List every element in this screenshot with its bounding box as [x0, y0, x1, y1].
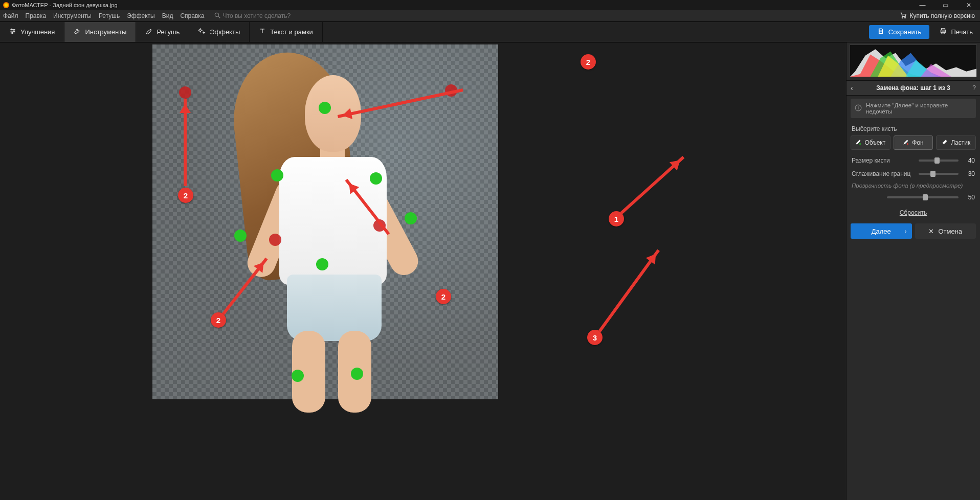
info-hint: Нажмите "Далее" и исправьте недочёты [851, 99, 976, 118]
save-button[interactable]: Сохранить [869, 25, 930, 39]
bg-brush-icon [903, 139, 909, 147]
canvas-area[interactable]: 2 2 2 2 1 3 [0, 42, 846, 500]
svg-point-0 [215, 13, 218, 16]
back-button[interactable]: ‹ [851, 84, 860, 92]
edge-smooth-slider[interactable]: Сглаживание границ 30 [852, 170, 975, 177]
object-brush-icon [855, 139, 861, 147]
object-marker[interactable] [316, 258, 328, 270]
svg-point-17 [907, 143, 908, 145]
next-button[interactable]: Далее › [851, 223, 912, 239]
histogram[interactable] [850, 44, 977, 77]
window-title: ФотоМАСТЕР - Задний фон девушка.jpg [12, 2, 118, 8]
object-marker[interactable] [405, 212, 417, 224]
menu-edit[interactable]: Правка [26, 12, 47, 19]
annotation-badge-3: 3 [587, 330, 603, 345]
panel-header: ‹ Замена фона: шаг 1 из 3 ? [847, 80, 980, 96]
menu-view[interactable]: Вид [162, 12, 173, 19]
menu-file[interactable]: Файл [3, 12, 18, 19]
menu-retouch[interactable]: Ретушь [99, 12, 120, 19]
svg-line-1 [218, 16, 220, 18]
svg-rect-14 [858, 107, 858, 109]
sliders-icon [9, 28, 16, 36]
brush-object-button[interactable]: Объект [851, 135, 890, 150]
svg-point-2 [902, 17, 903, 18]
brush-icon [145, 28, 152, 36]
panel-title: Замена фона: шаг 1 из 3 [860, 84, 967, 92]
chevron-right-icon: › [905, 228, 907, 234]
tool-bar: Улучшения Инструменты Ретушь Эффекты Тек… [0, 22, 980, 42]
slider-label: Размер кисти [852, 157, 919, 164]
subject-figure [218, 44, 433, 399]
brush-eraser-button[interactable]: Ластик [936, 135, 976, 150]
object-marker[interactable] [370, 172, 382, 185]
menu-search[interactable]: Что вы хотите сделать? [214, 12, 291, 20]
tab-tools[interactable]: Инструменты [64, 22, 136, 42]
background-marker[interactable] [269, 234, 281, 246]
image-canvas[interactable] [152, 44, 498, 399]
object-marker[interactable] [351, 368, 363, 380]
brush-label: Фон [912, 139, 923, 146]
brush-background-button[interactable]: Фон [894, 135, 933, 150]
menu-tools[interactable]: Инструменты [53, 12, 92, 19]
tab-retouch[interactable]: Ретушь [136, 22, 189, 42]
choose-brush-label: Выберите кисть [852, 125, 975, 132]
save-label: Сохранить [888, 28, 922, 36]
brush-size-slider[interactable]: Размер кисти 40 [852, 157, 975, 164]
annotation-arrow [597, 249, 660, 333]
window-maximize-button[interactable]: ▭ [934, 0, 957, 10]
menu-search-placeholder: Что вы хотите сделать? [223, 12, 291, 19]
tab-label: Ретушь [157, 28, 180, 36]
annotation-badge-2: 2 [436, 289, 451, 304]
slider-value: 40 [964, 157, 975, 164]
info-text: Нажмите "Далее" и исправьте недочёты [866, 102, 972, 115]
tab-label: Улучшения [20, 28, 55, 36]
svg-point-3 [904, 17, 905, 18]
svg-point-9 [12, 32, 13, 33]
annotation-badge-2: 2 [178, 188, 193, 203]
window-title-bar: ФотоМАСТЕР - Задний фон девушка.jpg — ▭ … [0, 0, 980, 10]
tab-effects[interactable]: Эффекты [189, 22, 250, 42]
background-marker[interactable] [179, 86, 191, 99]
slider-value: 30 [964, 170, 975, 177]
menu-bar: Файл Правка Инструменты Ретушь Эффекты В… [0, 10, 980, 22]
app-icon [3, 2, 9, 8]
brush-label: Ластик [951, 139, 970, 146]
annotation-badge-2: 2 [211, 312, 226, 328]
annotation-arrow [618, 156, 684, 216]
object-marker[interactable] [234, 230, 247, 242]
brush-label: Объект [864, 139, 885, 146]
info-icon [855, 104, 862, 112]
close-icon: ✕ [928, 228, 934, 235]
cancel-label: Отмена [938, 228, 962, 235]
next-label: Далее [872, 228, 891, 235]
buy-full-version-button[interactable]: Купить полную версию [900, 12, 975, 20]
svg-rect-15 [858, 106, 858, 107]
window-close-button[interactable]: ✕ [957, 0, 980, 10]
tab-text-frames[interactable]: Текст и рамки [250, 22, 323, 42]
annotation-badge-1: 1 [609, 211, 624, 226]
object-marker[interactable] [319, 102, 331, 114]
tab-label: Текст и рамки [270, 28, 313, 36]
tab-label: Эффекты [210, 28, 240, 36]
side-panel: ‹ Замена фона: шаг 1 из 3 ? Нажмите "Дал… [846, 42, 980, 500]
print-button[interactable]: Печать [932, 22, 980, 42]
buy-full-label: Купить полную версию [910, 12, 975, 19]
annotation-arrow [184, 99, 187, 186]
cart-icon [900, 12, 907, 20]
object-marker[interactable] [292, 370, 304, 382]
svg-point-7 [11, 29, 12, 30]
object-marker[interactable] [271, 169, 283, 181]
annotation-badge-2: 2 [581, 54, 596, 70]
bg-opacity-slider[interactable]: 50 [852, 194, 975, 201]
menu-effects[interactable]: Эффекты [127, 12, 155, 19]
svg-point-8 [13, 31, 14, 32]
help-button[interactable]: ? [967, 84, 976, 92]
slider-value: 50 [964, 194, 975, 201]
menu-help[interactable]: Справка [180, 12, 204, 19]
wrench-icon [74, 28, 81, 36]
tab-enhancements[interactable]: Улучшения [0, 22, 64, 42]
cancel-button[interactable]: ✕ Отмена [915, 223, 976, 239]
sparkle-icon [198, 28, 206, 36]
reset-link[interactable]: Сбросить [847, 209, 980, 216]
window-minimize-button[interactable]: — [911, 0, 934, 10]
